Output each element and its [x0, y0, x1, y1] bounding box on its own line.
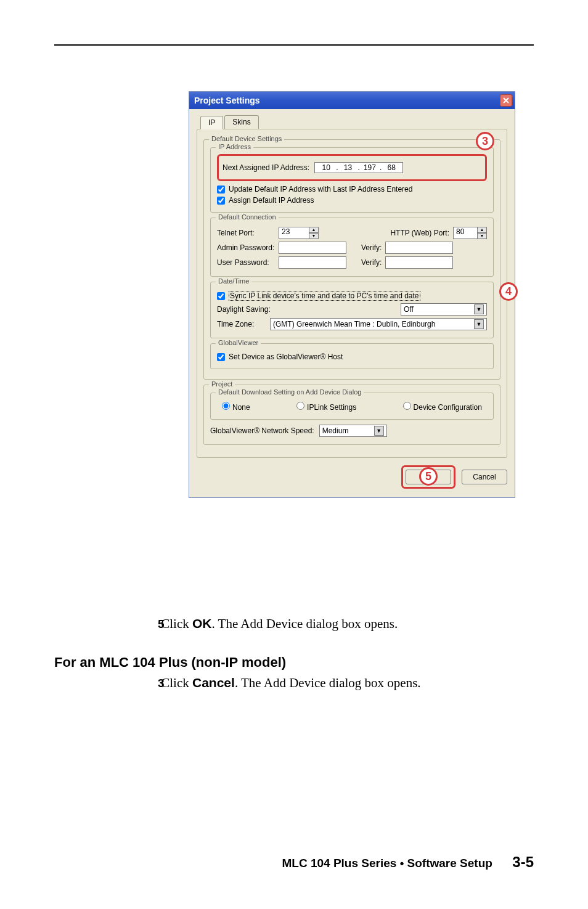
- step-3-number: 3: [54, 677, 158, 690]
- step-3-cancel-word: Cancel: [192, 675, 235, 690]
- spinner-up-icon[interactable]: ▲: [309, 227, 319, 233]
- default-connection-legend: Default Connection: [216, 213, 279, 221]
- subhead-text: For an MLC 104 Plus (non-IP model): [54, 654, 534, 671]
- gv-speed-value: Medium: [322, 426, 349, 435]
- page-footer: MLC 104 Plus Series • Software Setup 3-5: [0, 854, 588, 871]
- admin-verify-input[interactable]: [385, 242, 453, 254]
- close-icon[interactable]: [500, 94, 512, 107]
- gv-speed-select[interactable]: Medium ▼: [319, 425, 387, 437]
- subhead-section: For an MLC 104 Plus (non-IP model) 3 Cli…: [54, 652, 534, 702]
- step-3-text-post: . The Add Device dialog box opens.: [235, 675, 421, 690]
- tab-skins[interactable]: Skins: [224, 115, 258, 129]
- admin-password-label: Admin Password:: [217, 243, 279, 252]
- page-number: 3-5: [512, 854, 534, 870]
- ip-address-highlight: Next Assigned IP Address: 10. 13. 197. 6…: [217, 154, 487, 181]
- callout-4: 4: [499, 282, 518, 301]
- project-settings-dialog-screenshot: 3 4 5 Project Settings IP Skins Default …: [189, 91, 515, 498]
- next-assigned-label: Next Assigned IP Address:: [223, 163, 309, 172]
- user-verify-label: Verify:: [361, 258, 382, 267]
- update-default-label: Update Default IP Address with Last IP A…: [229, 185, 412, 194]
- time-zone-value: (GMT) Greenwich Mean Time : Dublin, Edin…: [273, 320, 435, 328]
- user-password-input[interactable]: [279, 256, 346, 269]
- dialog-title: Project Settings: [194, 96, 260, 105]
- telnet-port-input[interactable]: 23: [279, 227, 309, 239]
- radio-none-label: None: [232, 403, 250, 412]
- admin-password-input[interactable]: [279, 242, 346, 254]
- default-device-settings-group: Default Device Settings IP Address Next …: [203, 139, 500, 380]
- gv-host-label: Set Device as GlobalViewer® Host: [229, 353, 343, 361]
- radio-devcfg[interactable]: [403, 402, 411, 410]
- chevron-down-icon[interactable]: ▼: [474, 304, 484, 314]
- tab-ip[interactable]: IP: [200, 116, 223, 129]
- download-setting-legend: Default Download Setting on Add Device D…: [216, 388, 364, 396]
- radio-devcfg-wrap[interactable]: Device Configuration: [403, 402, 482, 412]
- radio-none[interactable]: [222, 402, 230, 410]
- http-port-label: HTTP (Web) Port:: [390, 229, 449, 237]
- date-time-group: Date/Time Sync IP Link device's time and…: [210, 282, 494, 338]
- user-verify-input[interactable]: [385, 256, 453, 269]
- telnet-spinner[interactable]: ▲ ▼: [309, 227, 319, 239]
- spinner-up-icon[interactable]: ▲: [477, 227, 487, 233]
- step-5-text-pre: Click: [161, 616, 192, 631]
- footer-text: MLC 104 Plus Series • Software Setup: [282, 857, 492, 870]
- time-zone-select[interactable]: (GMT) Greenwich Mean Time : Dublin, Edin…: [270, 318, 487, 330]
- step-5-number: 5: [54, 618, 158, 631]
- default-connection-group: Default Connection Telnet Port: 23 ▲ ▼ H…: [210, 218, 494, 277]
- step-5-text-post: . The Add Device dialog box opens.: [212, 616, 398, 631]
- telnet-port-label: Telnet Port:: [217, 229, 279, 237]
- gv-speed-label: GlobalViewer® Network Speed:: [210, 426, 314, 435]
- spinner-down-icon[interactable]: ▼: [309, 233, 319, 239]
- default-device-settings-legend: Default Device Settings: [209, 135, 284, 142]
- ip-seg-2[interactable]: 13: [340, 163, 357, 172]
- step-3-text-pre: Click: [161, 675, 192, 690]
- ip-address-group: IP Address Next Assigned IP Address: 10.…: [210, 147, 494, 213]
- dialog-title-bar: Project Settings: [189, 92, 515, 109]
- sync-time-label: Sync IP Link device's time and date to P…: [229, 291, 420, 301]
- daylight-saving-label: Daylight Saving:: [217, 305, 279, 314]
- radio-iplink[interactable]: [296, 402, 304, 410]
- ip-tab-panel: Default Device Settings IP Address Next …: [197, 129, 507, 458]
- radio-iplink-label: IPLink Settings: [307, 403, 356, 412]
- ip-address-input[interactable]: 10. 13. 197. 68: [314, 162, 403, 173]
- globalviewer-group: GlobalViewer Set Device as GlobalViewer®…: [210, 343, 494, 369]
- chevron-down-icon[interactable]: ▼: [374, 426, 384, 436]
- radio-iplink-wrap[interactable]: IPLink Settings: [296, 402, 356, 412]
- tab-strip: IP Skins: [200, 115, 507, 129]
- download-setting-group: Default Download Setting on Add Device D…: [210, 393, 494, 420]
- user-password-label: User Password:: [217, 258, 279, 267]
- chevron-down-icon[interactable]: ▼: [474, 319, 484, 329]
- ip-seg-4[interactable]: 68: [383, 163, 400, 172]
- assign-default-label: Assign Default IP Address: [229, 196, 314, 205]
- page-top-rule: [54, 44, 534, 46]
- project-legend: Project: [209, 380, 235, 388]
- daylight-saving-value: Off: [404, 305, 414, 314]
- spinner-down-icon[interactable]: ▼: [477, 233, 487, 239]
- http-spinner[interactable]: ▲ ▼: [477, 227, 487, 239]
- http-port-input[interactable]: 80: [453, 227, 478, 239]
- ip-seg-3[interactable]: 197: [361, 163, 378, 172]
- gv-host-checkbox[interactable]: [217, 353, 225, 361]
- globalviewer-legend: GlobalViewer: [216, 339, 261, 346]
- cancel-button[interactable]: Cancel: [462, 470, 507, 484]
- date-time-legend: Date/Time: [216, 277, 251, 285]
- admin-verify-label: Verify:: [361, 243, 382, 252]
- update-default-checkbox[interactable]: [217, 185, 225, 194]
- radio-none-wrap[interactable]: None: [222, 402, 250, 412]
- step-5-ok-word: OK: [192, 616, 212, 630]
- assign-default-checkbox[interactable]: [217, 197, 225, 205]
- project-group: Project Default Download Setting on Add …: [203, 385, 500, 445]
- sync-time-checkbox[interactable]: [217, 292, 225, 300]
- ip-address-legend: IP Address: [216, 143, 253, 150]
- instruction-step-5: 5 Click OK. The Add Device dialog box op…: [54, 616, 534, 643]
- daylight-saving-select[interactable]: Off ▼: [401, 303, 487, 316]
- project-settings-dialog: Project Settings IP Skins Default Device…: [189, 91, 515, 498]
- callout-5: 5: [419, 467, 438, 486]
- time-zone-label: Time Zone:: [217, 320, 266, 328]
- ip-seg-1[interactable]: 10: [317, 163, 335, 172]
- callout-3: 3: [476, 132, 494, 150]
- radio-devcfg-label: Device Configuration: [414, 403, 482, 412]
